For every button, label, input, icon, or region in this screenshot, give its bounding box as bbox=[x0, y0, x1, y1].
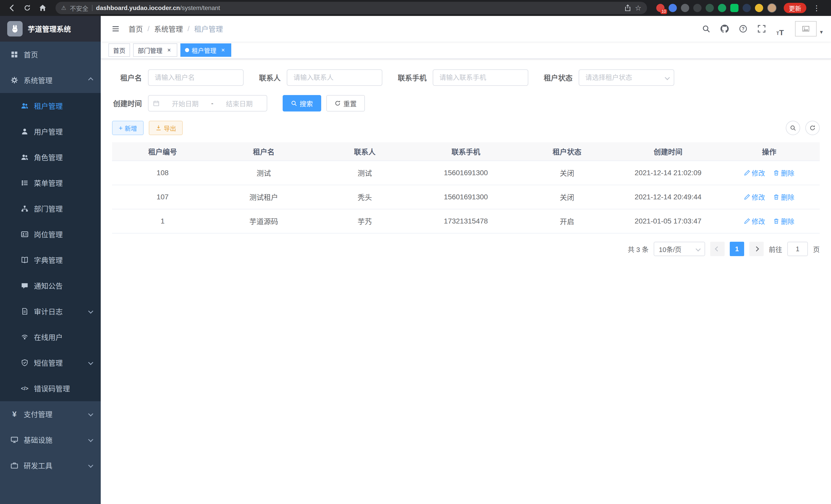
breadcrumb-system[interactable]: 系统管理 bbox=[154, 24, 183, 34]
tab-home[interactable]: 首页 bbox=[109, 43, 130, 57]
sidebar-item-dept[interactable]: 部门管理 bbox=[0, 196, 101, 221]
goto-page-input[interactable] bbox=[787, 242, 808, 256]
post-badge-icon bbox=[21, 230, 29, 238]
sidebar-item-system[interactable]: 系统管理 bbox=[0, 67, 101, 93]
close-icon[interactable]: × bbox=[166, 47, 173, 54]
extension-icon-5[interactable] bbox=[706, 4, 714, 12]
sidebar-item-devtools[interactable]: 研发工具 bbox=[0, 453, 101, 478]
export-button[interactable]: 导出 bbox=[149, 121, 183, 135]
browser-profile-avatar[interactable] bbox=[767, 3, 776, 12]
extension-icon-3[interactable] bbox=[681, 4, 689, 12]
tab-label: 部门管理 bbox=[138, 46, 163, 55]
delete-link[interactable]: 删除 bbox=[773, 216, 794, 226]
sidebar-item-online-users[interactable]: 在线用户 bbox=[0, 324, 101, 350]
sidebar-item-label: 错误码管理 bbox=[34, 383, 70, 393]
breadcrumb-current: 租户管理 bbox=[194, 24, 223, 34]
browser-update-button[interactable]: 更新 bbox=[784, 3, 806, 13]
sidebar-item-dict[interactable]: 字典管理 bbox=[0, 247, 101, 273]
bookmark-star-icon[interactable]: ☆ bbox=[635, 4, 641, 12]
chevron-down-icon bbox=[88, 463, 93, 468]
plus-icon: + bbox=[119, 124, 122, 132]
date-range-separator: - bbox=[211, 99, 213, 108]
date-range-picker[interactable]: 开始日期 - 结束日期 bbox=[148, 95, 267, 112]
browser-menu-icon[interactable]: ⋮ bbox=[810, 4, 823, 12]
audit-log-icon bbox=[21, 307, 29, 316]
tab-tenant[interactable]: 租户管理 × bbox=[180, 43, 231, 57]
start-date-placeholder[interactable]: 开始日期 bbox=[163, 99, 208, 108]
font-size-icon[interactable]: TT bbox=[772, 21, 788, 36]
prev-page-button[interactable] bbox=[710, 242, 725, 256]
tab-dept[interactable]: 部门管理 × bbox=[133, 43, 177, 57]
tenant-table: 租户编号 租户名 联系人 联系手机 租户状态 创建时间 操作 108 测试 测试 bbox=[112, 142, 820, 234]
sidebar-collapse-button[interactable] bbox=[108, 21, 123, 36]
extension-icon-7[interactable] bbox=[730, 4, 739, 12]
sidebar-item-tenant[interactable]: 租户管理 bbox=[0, 93, 101, 119]
toggle-search-button[interactable] bbox=[786, 121, 800, 135]
edit-pencil-icon bbox=[744, 218, 750, 224]
cell-name: 测试租户 bbox=[213, 185, 314, 209]
sidebar-item-infrastructure[interactable]: 基础设施 bbox=[0, 427, 101, 453]
reset-button[interactable]: 重置 bbox=[326, 95, 365, 112]
sidebar-item-label: 租户管理 bbox=[34, 101, 63, 111]
refresh-table-button[interactable] bbox=[805, 121, 820, 135]
sidebar-item-label: 短信管理 bbox=[34, 358, 63, 368]
sidebar-item-label: 角色管理 bbox=[34, 152, 63, 162]
url-text: dashboard.yudao.iocoder.cn/system/tenant bbox=[96, 4, 220, 11]
address-bar[interactable]: ⚠ 不安全 dashboard.yudao.iocoder.cn/system/… bbox=[56, 2, 647, 14]
github-icon[interactable] bbox=[717, 21, 732, 36]
sidebar-item-notice[interactable]: 通知公告 bbox=[0, 273, 101, 298]
sidebar-item-role[interactable]: 角色管理 bbox=[0, 144, 101, 170]
breadcrumb-separator: / bbox=[188, 25, 190, 33]
sidebar-item-error-code[interactable]: </> 错误码管理 bbox=[0, 376, 101, 401]
next-page-button[interactable] bbox=[749, 242, 764, 256]
extension-icon-8[interactable] bbox=[743, 4, 751, 12]
extension-icon-6[interactable] bbox=[718, 4, 726, 12]
sidebar-item-audit-log[interactable]: 审计日志 bbox=[0, 298, 101, 324]
end-date-placeholder[interactable]: 结束日期 bbox=[217, 99, 262, 108]
sidebar-item-menu[interactable]: 菜单管理 bbox=[0, 170, 101, 196]
app-logo[interactable]: 芋道管理系统 bbox=[0, 16, 101, 41]
url-host: dashboard.yudao.iocoder.cn bbox=[96, 4, 180, 11]
share-icon[interactable] bbox=[624, 4, 631, 11]
phone-input[interactable] bbox=[433, 69, 528, 86]
chevron-down-icon bbox=[88, 411, 93, 416]
extension-icon-2[interactable] bbox=[668, 4, 677, 12]
sidebar-item-user[interactable]: 用户管理 bbox=[0, 119, 101, 144]
add-button[interactable]: + 新增 bbox=[112, 121, 144, 135]
edit-link[interactable]: 修改 bbox=[744, 168, 765, 178]
error-code-icon: </> bbox=[21, 384, 29, 392]
fullscreen-icon[interactable] bbox=[754, 21, 769, 36]
sidebar: 芋道管理系统 首页 系统管理 租户管理 用户管理 角色管理 bbox=[0, 16, 101, 504]
trash-icon bbox=[773, 218, 779, 224]
sidebar-item-payment[interactable]: ¥ 支付管理 bbox=[0, 401, 101, 427]
table-row: 107 测试租户 秃头 15601691300 关闭 2021-12-14 20… bbox=[112, 185, 820, 209]
extension-icon-4[interactable] bbox=[693, 4, 701, 12]
help-icon[interactable] bbox=[736, 21, 751, 36]
user-avatar-dropdown[interactable]: ▾ bbox=[795, 21, 816, 36]
delete-link[interactable]: 删除 bbox=[773, 168, 794, 178]
extension-icon-9[interactable] bbox=[755, 4, 763, 12]
edit-link[interactable]: 修改 bbox=[744, 192, 765, 202]
column-header-actions: 操作 bbox=[719, 142, 820, 161]
edit-link[interactable]: 修改 bbox=[744, 216, 765, 226]
back-button[interactable] bbox=[5, 1, 19, 14]
page-unit-label: 页 bbox=[813, 244, 820, 254]
current-page-button[interactable]: 1 bbox=[730, 242, 744, 256]
sidebar-item-post[interactable]: 岗位管理 bbox=[0, 221, 101, 247]
sidebar-item-label: 通知公告 bbox=[34, 280, 63, 291]
reload-button[interactable] bbox=[21, 1, 34, 14]
close-icon[interactable]: × bbox=[220, 47, 227, 54]
sidebar-item-sms[interactable]: 短信管理 bbox=[0, 350, 101, 376]
contact-input[interactable] bbox=[287, 69, 382, 86]
delete-link[interactable]: 删除 bbox=[773, 192, 794, 202]
sidebar-item-label: 基础设施 bbox=[24, 435, 52, 445]
breadcrumb-home[interactable]: 首页 bbox=[128, 24, 143, 34]
header-search-icon[interactable] bbox=[698, 21, 714, 36]
tenant-name-input[interactable] bbox=[148, 69, 243, 86]
sidebar-item-home[interactable]: 首页 bbox=[0, 41, 101, 67]
search-button[interactable]: 搜索 bbox=[283, 95, 321, 112]
status-select[interactable] bbox=[579, 69, 674, 86]
home-button[interactable] bbox=[36, 1, 49, 14]
extension-icon-1[interactable]: 10 bbox=[656, 4, 664, 12]
page-size-select[interactable]: 10条/页 bbox=[654, 242, 705, 256]
